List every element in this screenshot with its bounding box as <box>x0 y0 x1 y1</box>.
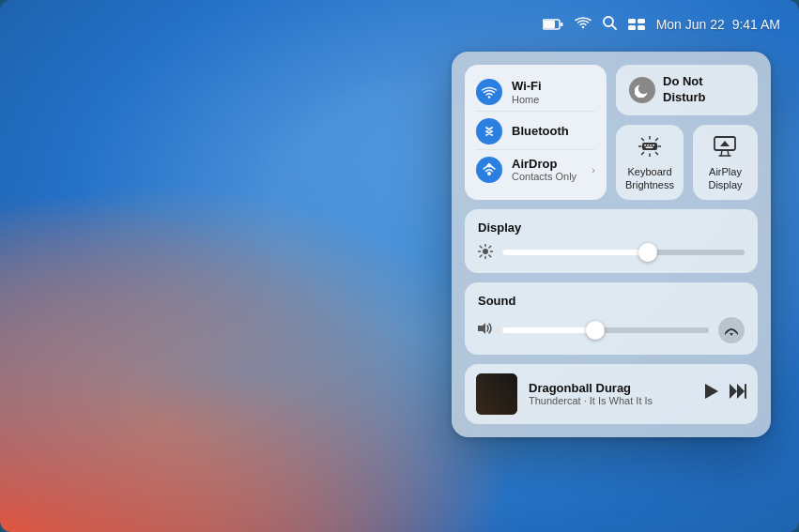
svg-marker-40 <box>478 323 485 334</box>
right-tiles: Do Not Disturb <box>616 65 758 200</box>
album-art <box>476 373 517 415</box>
display-slider-fill <box>502 250 648 255</box>
sound-label: Sound <box>478 294 745 308</box>
svg-line-27 <box>721 150 722 156</box>
menubar-control-center-icon[interactable] <box>628 17 645 33</box>
svg-marker-41 <box>730 333 733 336</box>
menubar: Mon Jun 22 9:41 AM <box>0 0 799 49</box>
wifi-text: Wi-Fi Home <box>512 79 595 106</box>
now-playing-artist: Thundercat · It Is What It Is <box>529 395 694 406</box>
do-not-disturb-tile[interactable]: Do Not Disturb <box>616 65 758 115</box>
top-grid: Wi-Fi Home Bluetooth <box>465 65 758 200</box>
playback-controls <box>705 384 746 403</box>
svg-line-19 <box>641 152 643 154</box>
sound-slider-row <box>478 317 745 343</box>
sound-section: Sound <box>465 282 758 355</box>
svg-rect-7 <box>628 25 636 30</box>
svg-marker-44 <box>737 384 745 399</box>
display-section: Display <box>465 209 758 273</box>
display-slider-row <box>478 244 745 262</box>
do-not-disturb-label: Do Not Disturb <box>663 74 706 106</box>
now-playing-title: Dragonball Durag <box>529 381 694 395</box>
svg-point-31 <box>483 249 488 254</box>
airdrop-sub: Contacts Only <box>512 171 582 183</box>
keyboard-brightness-tile[interactable]: Keyboard Brightness <box>616 125 684 200</box>
wifi-icon <box>476 79 502 105</box>
svg-rect-22 <box>647 144 649 146</box>
svg-line-18 <box>655 138 657 140</box>
bluetooth-row[interactable]: Bluetooth <box>476 114 595 150</box>
menubar-datetime: Mon Jun 22 9:41 AM <box>656 17 780 32</box>
svg-rect-25 <box>645 146 653 148</box>
display-slider-track[interactable] <box>502 250 745 255</box>
display-brightness-icon <box>478 244 493 262</box>
bluetooth-text: Bluetooth <box>512 124 595 139</box>
svg-rect-5 <box>628 19 636 23</box>
svg-line-17 <box>655 152 657 154</box>
bluetooth-icon <box>476 118 502 144</box>
sound-volume-icon <box>478 322 493 338</box>
svg-rect-2 <box>561 23 563 26</box>
small-tiles: Keyboard Brightness <box>616 125 758 200</box>
keyboard-brightness-label: Keyboard Brightness <box>625 165 674 192</box>
svg-rect-6 <box>638 19 645 23</box>
svg-marker-30 <box>720 141 730 146</box>
airdrop-row[interactable]: AirDrop Contacts Only › <box>476 152 595 189</box>
svg-line-36 <box>480 246 482 248</box>
airplay-display-tile[interactable]: AirPlay Display <box>693 125 758 200</box>
svg-point-10 <box>487 172 491 175</box>
bluetooth-name: Bluetooth <box>512 124 595 139</box>
airdrop-text: AirDrop Contacts Only <box>512 157 582 184</box>
do-not-disturb-icon <box>629 77 655 103</box>
display-label: Display <box>478 220 745 235</box>
svg-line-16 <box>641 138 643 140</box>
svg-line-28 <box>728 150 729 156</box>
svg-rect-24 <box>653 144 654 146</box>
svg-rect-21 <box>644 144 646 146</box>
svg-line-38 <box>489 246 491 248</box>
airdrop-icon <box>476 157 502 183</box>
airdrop-name: AirDrop <box>512 157 582 172</box>
airplay-display-label: AirPlay Display <box>708 165 742 192</box>
keyboard-brightness-icon <box>638 136 661 160</box>
battery-icon[interactable] <box>543 17 563 33</box>
svg-rect-45 <box>745 384 746 399</box>
control-center-panel: Wi-Fi Home Bluetooth <box>452 52 771 437</box>
airplay-display-icon <box>714 136 736 160</box>
svg-rect-8 <box>638 25 645 30</box>
wifi-row[interactable]: Wi-Fi Home <box>476 74 595 112</box>
svg-marker-42 <box>705 384 718 399</box>
wifi-name: Wi-Fi <box>512 79 595 94</box>
airdrop-arrow-icon: › <box>592 164 595 175</box>
sound-slider-track[interactable] <box>502 327 709 333</box>
now-playing-info: Dragonball Durag Thundercat · It Is What… <box>529 381 694 406</box>
menubar-search-icon[interactable] <box>603 16 617 33</box>
skip-forward-button[interactable] <box>730 384 746 403</box>
network-tile: Wi-Fi Home Bluetooth <box>465 65 607 200</box>
display-slider-thumb[interactable] <box>638 243 657 262</box>
svg-line-39 <box>480 255 482 257</box>
menubar-wifi-icon[interactable] <box>575 17 592 33</box>
play-button[interactable] <box>705 384 718 403</box>
sound-airplay-button[interactable] <box>718 317 745 343</box>
sound-slider-fill <box>502 327 595 333</box>
svg-line-4 <box>612 25 616 29</box>
now-playing-section: Dragonball Durag Thundercat · It Is What… <box>465 364 758 424</box>
svg-line-37 <box>489 255 491 257</box>
svg-marker-43 <box>730 384 737 399</box>
svg-rect-20 <box>642 143 657 150</box>
svg-point-9 <box>488 96 491 99</box>
svg-rect-23 <box>650 144 652 146</box>
svg-rect-1 <box>544 21 555 28</box>
sound-slider-thumb[interactable] <box>586 321 605 340</box>
wifi-sub: Home <box>512 94 595 106</box>
